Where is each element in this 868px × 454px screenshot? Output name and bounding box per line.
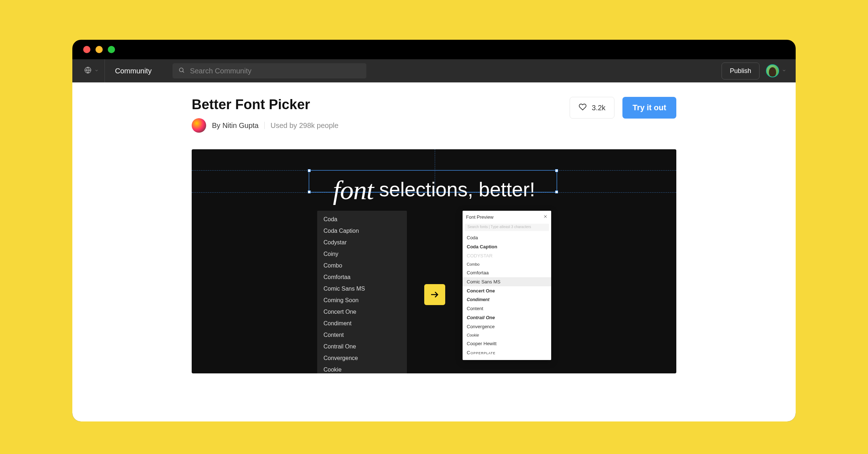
preview-header: Font Preview xyxy=(463,211,551,223)
preview-font-item[interactable]: Comic Sans MS xyxy=(463,277,551,286)
plugin-header: Better Font Picker By Nitin Gupta Used b… xyxy=(192,97,676,133)
preview-font-item[interactable]: Copperplate xyxy=(463,348,551,357)
font-list-item[interactable]: Coming Soon xyxy=(317,295,407,306)
comparison-panels: CodaCoda CaptionCodystarCoinyComboComfor… xyxy=(192,211,676,373)
avatar xyxy=(766,64,779,77)
hero-image: font selections, better! CodaCoda Captio… xyxy=(192,149,676,373)
preview-font-list: CodaCoda CaptionCODYSTARComboComfortaaCo… xyxy=(463,233,551,360)
preview-font-item[interactable]: Concert One xyxy=(463,286,551,295)
svg-point-1 xyxy=(179,68,183,72)
preview-font-item[interactable]: Coda Caption xyxy=(463,242,551,251)
arrow-right-icon xyxy=(424,284,445,305)
preview-font-item[interactable]: Combo xyxy=(463,260,551,268)
font-list-item[interactable]: Concert One xyxy=(317,306,407,318)
preview-font-item[interactable]: Cooper Hewitt xyxy=(463,339,551,348)
app-window: Community Publish Better Font Picker By … xyxy=(72,40,796,421)
preview-font-item[interactable]: Cookie xyxy=(463,331,551,339)
font-list-item[interactable]: Cookie xyxy=(317,364,407,373)
search-input[interactable] xyxy=(190,67,361,75)
plugin-title: Better Font Picker xyxy=(192,97,339,112)
preview-font-item[interactable]: Contrail One xyxy=(463,313,551,322)
preview-font-item[interactable]: CODYSTAR xyxy=(463,251,551,260)
plugin-header-left: Better Font Picker By Nitin Gupta Used b… xyxy=(192,97,339,133)
hero-headline: font selections, better! xyxy=(333,172,535,203)
author-avatar[interactable] xyxy=(192,118,206,133)
preview-font-item[interactable]: Convergence xyxy=(463,322,551,331)
preview-font-item[interactable]: Comfortaa xyxy=(463,268,551,277)
font-list-item[interactable]: Comic Sans MS xyxy=(317,283,407,295)
heart-icon xyxy=(579,103,587,112)
font-list-item[interactable]: Codystar xyxy=(317,237,407,248)
window-close-dot[interactable] xyxy=(83,46,90,53)
font-list-item[interactable]: Coda xyxy=(317,214,407,225)
preview-font-item[interactable]: Coda xyxy=(463,233,551,242)
like-button[interactable]: 3.2k xyxy=(570,97,614,119)
workspace-menu[interactable] xyxy=(78,59,105,82)
preview-title: Font Preview xyxy=(466,214,494,220)
font-list-item[interactable]: Condiment xyxy=(317,318,407,329)
font-list-item[interactable]: Convergence xyxy=(317,352,407,364)
author-byline[interactable]: By Nitin Gupta xyxy=(212,121,259,130)
publish-button[interactable]: Publish xyxy=(722,63,760,80)
try-it-out-button[interactable]: Try it out xyxy=(622,97,676,119)
used-by-count: Used by 298k people xyxy=(271,121,339,130)
font-list-item[interactable]: Combo xyxy=(317,260,407,271)
community-link[interactable]: Community xyxy=(105,67,162,75)
font-list-item[interactable]: Contrail One xyxy=(317,341,407,352)
divider xyxy=(264,122,265,129)
plugin-meta: By Nitin Gupta Used by 298k people xyxy=(192,118,339,133)
close-icon[interactable] xyxy=(543,214,548,220)
old-font-list: CodaCoda CaptionCodystarCoinyComboComfor… xyxy=(317,211,407,373)
user-menu[interactable] xyxy=(766,64,786,77)
svg-line-2 xyxy=(183,71,184,72)
page-content: Better Font Picker By Nitin Gupta Used b… xyxy=(72,82,796,421)
top-nav: Community Publish xyxy=(72,59,796,82)
like-count: 3.2k xyxy=(592,104,605,112)
font-list-item[interactable]: Coda Caption xyxy=(317,225,407,237)
window-titlebar xyxy=(72,40,796,59)
chevron-down-icon xyxy=(94,68,99,74)
font-list-item[interactable]: Coiny xyxy=(317,248,407,260)
font-list-item[interactable]: Comfortaa xyxy=(317,271,407,283)
window-zoom-dot[interactable] xyxy=(108,46,115,53)
preview-search-input[interactable]: Search fonts | Type atleast 3 characters xyxy=(465,224,549,231)
preview-font-item[interactable]: Content xyxy=(463,304,551,313)
globe-icon xyxy=(84,67,92,75)
search-icon xyxy=(178,67,185,75)
font-list-item[interactable]: Content xyxy=(317,329,407,341)
chevron-down-icon xyxy=(782,68,786,74)
plugin-actions: 3.2k Try it out xyxy=(570,97,676,119)
search-input-wrapper[interactable] xyxy=(173,63,366,78)
preview-font-item[interactable]: Condiment xyxy=(463,295,551,304)
font-preview-card: Font Preview Search fonts | Type atleast… xyxy=(463,211,551,360)
window-minimize-dot[interactable] xyxy=(95,46,103,53)
